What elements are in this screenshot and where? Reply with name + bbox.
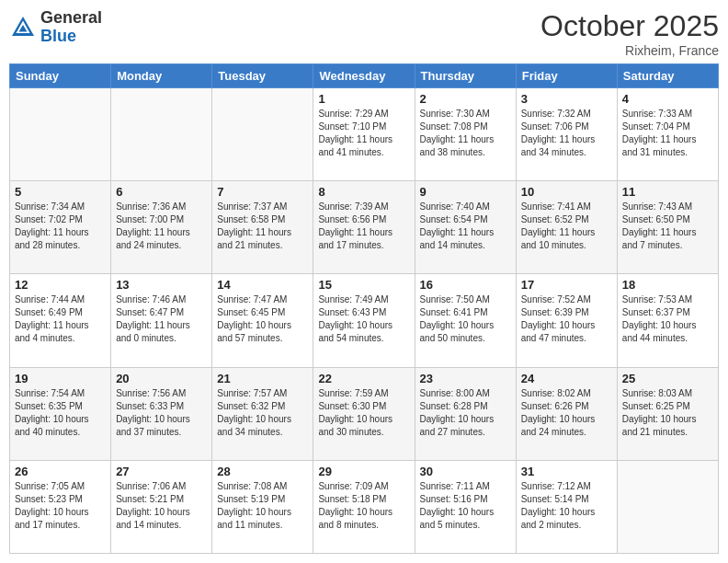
week-row-2: 5Sunrise: 7:34 AM Sunset: 7:02 PM Daylig… <box>10 181 719 274</box>
day-cell: 22Sunrise: 7:59 AM Sunset: 6:30 PM Dayli… <box>313 367 415 460</box>
day-info: Sunrise: 8:02 AM Sunset: 6:26 PM Dayligh… <box>521 387 612 439</box>
week-row-1: 1Sunrise: 7:29 AM Sunset: 7:10 PM Daylig… <box>10 88 719 181</box>
day-info: Sunrise: 7:41 AM Sunset: 6:52 PM Dayligh… <box>521 201 612 252</box>
day-number: 29 <box>318 465 409 478</box>
day-info: Sunrise: 7:40 AM Sunset: 6:54 PM Dayligh… <box>420 201 511 252</box>
logo-blue: Blue <box>40 27 76 45</box>
day-number: 13 <box>116 278 207 292</box>
day-cell: 9Sunrise: 7:40 AM Sunset: 6:54 PM Daylig… <box>415 181 516 274</box>
day-info: Sunrise: 7:54 AM Sunset: 6:35 PM Dayligh… <box>15 387 106 439</box>
day-cell: 18Sunrise: 7:53 AM Sunset: 6:37 PM Dayli… <box>617 274 718 367</box>
day-number: 30 <box>420 465 511 478</box>
title-block: October 2025 Rixheim, France <box>540 9 719 58</box>
day-cell: 3Sunrise: 7:32 AM Sunset: 7:06 PM Daylig… <box>516 88 617 181</box>
day-number: 31 <box>521 465 612 478</box>
weekday-header-row: Sunday Monday Tuesday Wednesday Thursday… <box>10 64 719 88</box>
logo: General Blue <box>9 9 102 46</box>
day-cell: 12Sunrise: 7:44 AM Sunset: 6:49 PM Dayli… <box>10 274 111 367</box>
day-info: Sunrise: 7:47 AM Sunset: 6:45 PM Dayligh… <box>217 293 308 345</box>
day-cell: 5Sunrise: 7:34 AM Sunset: 7:02 PM Daylig… <box>10 181 111 274</box>
header-thursday: Thursday <box>415 64 516 88</box>
day-cell: 6Sunrise: 7:36 AM Sunset: 7:00 PM Daylig… <box>111 181 212 274</box>
week-row-5: 26Sunrise: 7:05 AM Sunset: 5:23 PM Dayli… <box>10 460 719 553</box>
day-info: Sunrise: 7:08 AM Sunset: 5:19 PM Dayligh… <box>217 480 308 532</box>
day-info: Sunrise: 7:46 AM Sunset: 6:47 PM Dayligh… <box>116 293 207 345</box>
day-info: Sunrise: 7:39 AM Sunset: 6:56 PM Dayligh… <box>318 201 409 252</box>
day-info: Sunrise: 7:59 AM Sunset: 6:30 PM Dayligh… <box>318 387 409 439</box>
week-row-4: 19Sunrise: 7:54 AM Sunset: 6:35 PM Dayli… <box>10 367 719 460</box>
day-info: Sunrise: 7:36 AM Sunset: 7:00 PM Dayligh… <box>116 201 207 252</box>
header-tuesday: Tuesday <box>212 64 313 88</box>
day-cell <box>212 88 313 181</box>
day-number: 15 <box>318 278 409 292</box>
day-cell: 16Sunrise: 7:50 AM Sunset: 6:41 PM Dayli… <box>415 274 516 367</box>
day-info: Sunrise: 7:56 AM Sunset: 6:33 PM Dayligh… <box>116 387 207 439</box>
header-monday: Monday <box>111 64 212 88</box>
day-info: Sunrise: 7:43 AM Sunset: 6:50 PM Dayligh… <box>622 201 713 252</box>
day-cell: 23Sunrise: 8:00 AM Sunset: 6:28 PM Dayli… <box>415 367 516 460</box>
day-info: Sunrise: 7:44 AM Sunset: 6:49 PM Dayligh… <box>15 293 106 345</box>
day-info: Sunrise: 7:06 AM Sunset: 5:21 PM Dayligh… <box>116 480 207 532</box>
day-cell <box>617 460 718 553</box>
day-info: Sunrise: 7:12 AM Sunset: 5:14 PM Dayligh… <box>521 480 612 532</box>
day-cell: 30Sunrise: 7:11 AM Sunset: 5:16 PM Dayli… <box>415 460 516 553</box>
day-cell: 21Sunrise: 7:57 AM Sunset: 6:32 PM Dayli… <box>212 367 313 460</box>
day-number: 6 <box>116 185 207 199</box>
day-cell: 10Sunrise: 7:41 AM Sunset: 6:52 PM Dayli… <box>516 181 617 274</box>
day-cell <box>111 88 212 181</box>
day-number: 22 <box>318 372 409 385</box>
day-number: 7 <box>217 185 308 199</box>
calendar-page: General Blue October 2025 Rixheim, Franc… <box>0 0 728 563</box>
calendar-table: Sunday Monday Tuesday Wednesday Thursday… <box>9 63 719 554</box>
day-number: 3 <box>521 92 612 106</box>
day-cell: 1Sunrise: 7:29 AM Sunset: 7:10 PM Daylig… <box>313 88 415 181</box>
day-info: Sunrise: 7:09 AM Sunset: 5:18 PM Dayligh… <box>318 480 409 532</box>
day-number: 26 <box>15 465 106 478</box>
day-info: Sunrise: 7:57 AM Sunset: 6:32 PM Dayligh… <box>217 387 308 439</box>
day-number: 19 <box>15 372 106 385</box>
header-wednesday: Wednesday <box>313 64 415 88</box>
day-cell: 15Sunrise: 7:49 AM Sunset: 6:43 PM Dayli… <box>313 274 415 367</box>
day-number: 16 <box>420 278 511 292</box>
day-info: Sunrise: 7:34 AM Sunset: 7:02 PM Dayligh… <box>15 201 106 252</box>
day-number: 21 <box>217 372 308 385</box>
day-info: Sunrise: 8:03 AM Sunset: 6:25 PM Dayligh… <box>622 387 713 439</box>
day-number: 10 <box>521 185 612 199</box>
day-info: Sunrise: 7:53 AM Sunset: 6:37 PM Dayligh… <box>622 293 713 345</box>
day-cell: 4Sunrise: 7:33 AM Sunset: 7:04 PM Daylig… <box>617 88 718 181</box>
day-info: Sunrise: 7:29 AM Sunset: 7:10 PM Dayligh… <box>318 108 409 159</box>
day-number: 1 <box>318 92 409 106</box>
day-number: 8 <box>318 185 409 199</box>
day-number: 27 <box>116 465 207 478</box>
day-number: 9 <box>420 185 511 199</box>
day-info: Sunrise: 7:11 AM Sunset: 5:16 PM Dayligh… <box>420 480 511 532</box>
day-number: 17 <box>521 278 612 292</box>
month-year: October 2025 <box>540 9 719 43</box>
day-info: Sunrise: 8:00 AM Sunset: 6:28 PM Dayligh… <box>420 387 511 439</box>
day-cell: 27Sunrise: 7:06 AM Sunset: 5:21 PM Dayli… <box>111 460 212 553</box>
day-cell <box>10 88 111 181</box>
day-number: 4 <box>622 92 713 106</box>
day-info: Sunrise: 7:30 AM Sunset: 7:08 PM Dayligh… <box>420 108 511 159</box>
day-number: 24 <box>521 372 612 385</box>
day-cell: 31Sunrise: 7:12 AM Sunset: 5:14 PM Dayli… <box>516 460 617 553</box>
location: Rixheim, France <box>540 43 719 58</box>
day-number: 14 <box>217 278 308 292</box>
day-number: 23 <box>420 372 511 385</box>
day-cell: 2Sunrise: 7:30 AM Sunset: 7:08 PM Daylig… <box>415 88 516 181</box>
day-cell: 11Sunrise: 7:43 AM Sunset: 6:50 PM Dayli… <box>617 181 718 274</box>
week-row-3: 12Sunrise: 7:44 AM Sunset: 6:49 PM Dayli… <box>10 274 719 367</box>
day-cell: 24Sunrise: 8:02 AM Sunset: 6:26 PM Dayli… <box>516 367 617 460</box>
day-cell: 13Sunrise: 7:46 AM Sunset: 6:47 PM Dayli… <box>111 274 212 367</box>
day-info: Sunrise: 7:49 AM Sunset: 6:43 PM Dayligh… <box>318 293 409 345</box>
day-number: 25 <box>622 372 713 385</box>
logo-icon <box>9 14 37 41</box>
logo-text: General Blue <box>40 9 102 46</box>
day-number: 5 <box>15 185 106 199</box>
day-number: 28 <box>217 465 308 478</box>
day-info: Sunrise: 7:52 AM Sunset: 6:39 PM Dayligh… <box>521 293 612 345</box>
day-info: Sunrise: 7:50 AM Sunset: 6:41 PM Dayligh… <box>420 293 511 345</box>
header-friday: Friday <box>516 64 617 88</box>
day-cell: 17Sunrise: 7:52 AM Sunset: 6:39 PM Dayli… <box>516 274 617 367</box>
day-number: 18 <box>622 278 713 292</box>
